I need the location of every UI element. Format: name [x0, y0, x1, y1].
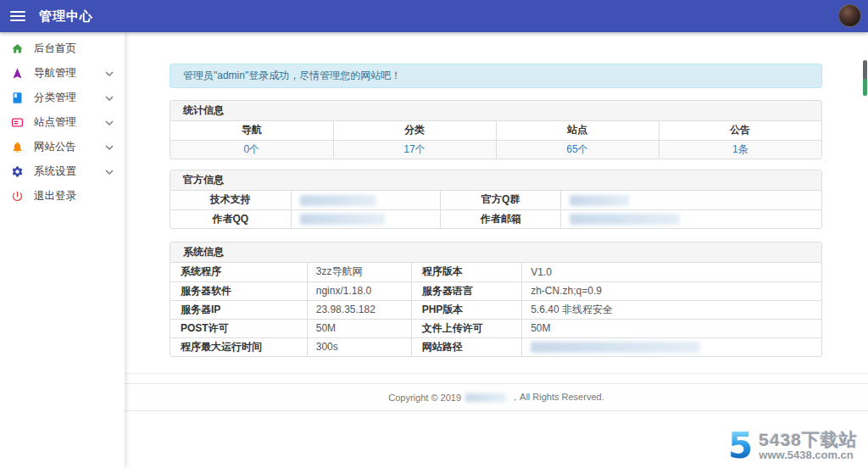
redacted-value [570, 214, 680, 225]
sidebar-item-announcement[interactable]: 网站公告 [0, 135, 125, 159]
official-label: 技术支持 [170, 191, 291, 209]
table-row: 程序最大运行时间 300s 网站路径 [170, 337, 821, 356]
system-label: 服务器IP [170, 300, 307, 319]
system-label: 文件上传许可 [411, 319, 522, 337]
chevron-down-icon [105, 96, 114, 101]
sidebar-item-category-manage[interactable]: 分类管理 [0, 86, 125, 110]
system-value: 5.6.40 非线程安全 [522, 300, 821, 319]
bell-icon [11, 141, 24, 153]
sidebar-item-label: 网站公告 [34, 140, 76, 154]
redacted-value [570, 195, 629, 206]
system-label: 程序最大运行时间 [170, 337, 307, 356]
alert-text: 管理员"admin"登录成功，尽情管理您的网站吧！ [183, 69, 401, 83]
watermark-site-name: 5438下载站 [759, 431, 858, 449]
navigation-icon [11, 67, 24, 80]
official-label: 作者QQ [170, 209, 291, 228]
official-label: 官方Q群 [441, 191, 561, 209]
site-card-icon [11, 116, 24, 129]
system-label: 服务器语言 [411, 281, 522, 300]
sidebar-item-nav-manage[interactable]: 导航管理 [0, 61, 125, 86]
scrollbar-thumb-gray [863, 60, 867, 79]
official-panel: 官方信息 技术支持 官方Q群 作者QQ 作者邮箱 [170, 170, 822, 229]
sidebar-item-home[interactable]: 后台首页 [0, 36, 125, 61]
stats-value-row: 0个 17个 65个 1条 [170, 140, 821, 159]
menu-toggle-icon[interactable] [10, 11, 27, 21]
stat-nav-count-link[interactable]: 0个 [243, 143, 259, 155]
system-value: zh-CN.zh;q=0.9 [522, 281, 821, 300]
system-panel-title: 系统信息 [170, 242, 821, 263]
system-label: POST许可 [170, 319, 307, 337]
system-value: V1.0 [522, 263, 821, 281]
system-label: PHP版本 [411, 300, 522, 319]
table-row: 系统程序 3zz导航网 程序版本 V1.0 [170, 263, 821, 281]
content-divider [125, 373, 868, 374]
system-panel: 系统信息 系统程序 3zz导航网 程序版本 V1.0 服务器软件 nginx/1… [170, 242, 822, 357]
stats-header-row: 导航 分类 站点 公告 [170, 121, 821, 140]
footer: Copyright © 2019 ，All Rights Reserved. [125, 383, 868, 411]
watermark-text: 5438下载站 www.5438.com.cn [759, 431, 858, 461]
table-row: 服务器软件 nginx/1.18.0 服务器语言 zh-CN.zh;q=0.9 [170, 281, 821, 300]
table-row: 技术支持 官方Q群 [170, 191, 821, 209]
system-value: nginx/1.18.0 [307, 281, 411, 300]
stat-category-count-link[interactable]: 17个 [403, 143, 425, 155]
system-label: 系统程序 [170, 263, 307, 281]
stats-col-category: 分类 [333, 121, 496, 140]
stats-col-announcement: 公告 [659, 121, 821, 140]
table-row: 服务器IP 23.98.35.182 PHP版本 5.6.40 非线程安全 [170, 300, 821, 319]
redacted-value [300, 195, 376, 206]
system-label: 网站路径 [411, 337, 522, 356]
sidebar-item-label: 后台首页 [34, 42, 76, 56]
sidebar-item-logout[interactable]: 退出登录 [0, 184, 125, 209]
copyright-prefix: Copyright © 2019 [388, 393, 461, 403]
stat-announcement-count-link[interactable]: 1条 [732, 143, 748, 155]
book-icon [11, 92, 24, 104]
stats-panel: 统计信息 导航 分类 站点 公告 0个 17个 65个 1条 [170, 100, 822, 159]
system-value: 50M [307, 319, 411, 337]
copyright-suffix: ，All Rights Reserved. [510, 391, 604, 404]
login-success-alert: 管理员"admin"登录成功，尽情管理您的网站吧！ [170, 64, 822, 88]
watermark-logo: 5 [728, 429, 753, 463]
system-value: 23.98.35.182 [307, 300, 411, 319]
system-value: 300s [307, 337, 411, 356]
chevron-down-icon [105, 71, 114, 76]
system-table: 系统程序 3zz导航网 程序版本 V1.0 服务器软件 nginx/1.18.0… [170, 263, 821, 356]
scrollbar-thumb-green [863, 79, 867, 96]
sidebar-item-site-manage[interactable]: 站点管理 [0, 110, 125, 135]
sidebar-item-label: 退出登录 [34, 189, 76, 203]
stats-table: 导航 分类 站点 公告 0个 17个 65个 1条 [170, 121, 821, 159]
sidebar-item-label: 系统设置 [34, 164, 76, 179]
gear-icon [11, 165, 24, 178]
home-icon [11, 42, 24, 55]
redacted-value [531, 342, 700, 353]
system-value: 50M [522, 319, 821, 337]
sidebar-item-settings[interactable]: 系统设置 [0, 159, 125, 184]
watermark-site-url: www.5438.com.cn [759, 449, 858, 461]
system-label: 服务器软件 [170, 281, 307, 300]
sidebar-item-label: 导航管理 [34, 66, 76, 81]
chevron-down-icon [105, 170, 114, 175]
stat-site-count-link[interactable]: 65个 [566, 143, 587, 155]
sidebar: 后台首页 导航管理 分类管理 站点管理 网站公告 系统设置 退出登录 [0, 32, 125, 468]
redacted-value [465, 393, 506, 402]
sidebar-item-label: 分类管理 [34, 91, 76, 105]
scrollbar-thumb[interactable] [863, 60, 867, 96]
sidebar-item-label: 站点管理 [34, 115, 76, 130]
chevron-down-icon [105, 120, 114, 125]
official-label: 作者邮箱 [441, 209, 561, 228]
system-label: 程序版本 [411, 263, 522, 281]
app-title: 管理中心 [39, 8, 93, 25]
official-panel-title: 官方信息 [170, 170, 821, 191]
stats-col-site: 站点 [496, 121, 659, 140]
table-row: 作者QQ 作者邮箱 [170, 209, 821, 228]
system-value: 3zz导航网 [307, 263, 411, 281]
stats-col-nav: 导航 [170, 121, 333, 140]
stats-panel-title: 统计信息 [170, 101, 821, 121]
power-icon [11, 190, 24, 203]
table-row: POST许可 50M 文件上传许可 50M [170, 319, 821, 337]
chevron-down-icon [105, 145, 114, 150]
official-table: 技术支持 官方Q群 作者QQ 作者邮箱 [170, 191, 821, 228]
watermark: 5 5438下载站 www.5438.com.cn [728, 429, 858, 463]
user-avatar[interactable] [838, 4, 861, 27]
top-bar: 管理中心 [0, 0, 868, 32]
redacted-value [300, 214, 385, 225]
